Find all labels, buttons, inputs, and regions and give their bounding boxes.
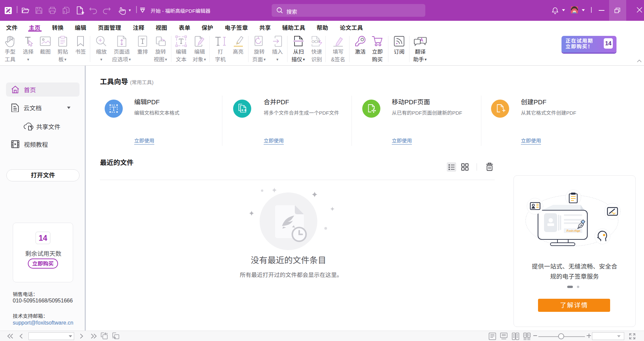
svg-text:OCR: OCR xyxy=(312,39,320,43)
svg-text:Foxit eSign: Foxit eSign xyxy=(566,229,580,232)
